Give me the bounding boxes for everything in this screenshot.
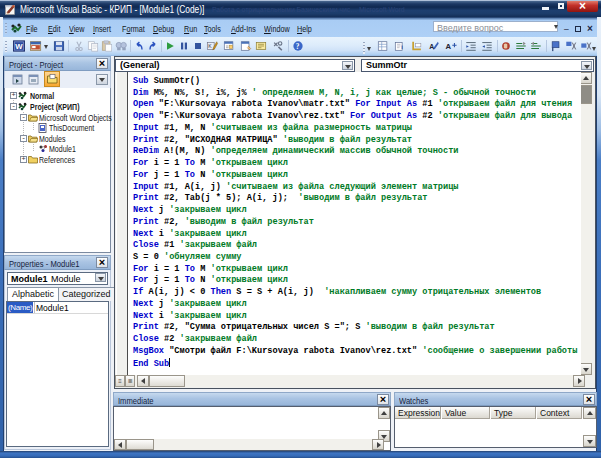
- svg-text:i: i: [401, 44, 403, 50]
- svg-text:A: A: [445, 42, 451, 51]
- svg-text:A: A: [429, 43, 434, 50]
- svg-text:W: W: [15, 42, 23, 51]
- svg-text:K: K: [208, 43, 212, 49]
- svg-text:?: ?: [296, 43, 300, 51]
